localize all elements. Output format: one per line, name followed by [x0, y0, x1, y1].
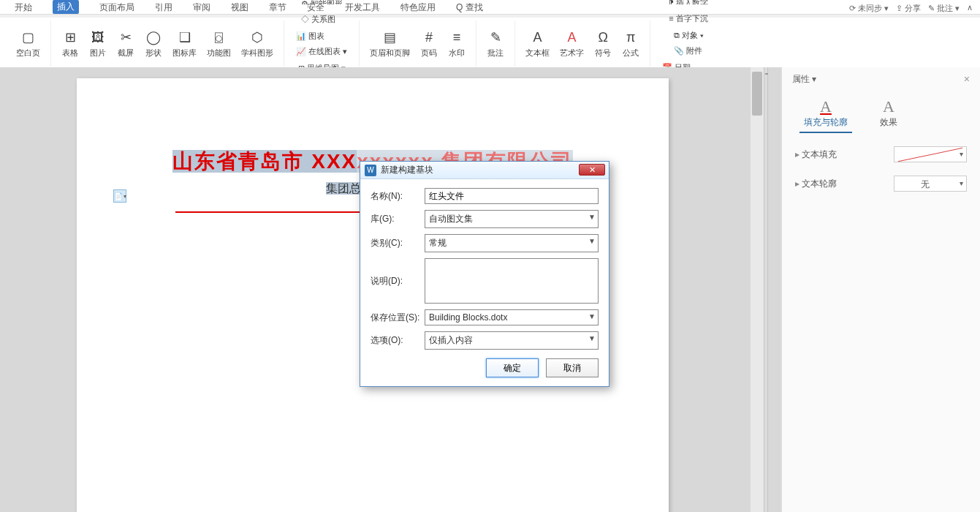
shape-icon: ◯ [145, 29, 162, 46]
dialog-title: 新建构建基块 [381, 164, 433, 176]
pagenum-icon: # [420, 29, 438, 46]
table-icon: ⊞ [61, 29, 79, 46]
desc-label: 说明(D): [371, 275, 425, 287]
blank-page-button[interactable]: ▢空白页 [12, 27, 45, 60]
category-combo[interactable]: 常规▼ [425, 234, 599, 252]
options-label: 选项(O): [371, 334, 425, 347]
collapse-ribbon-button[interactable]: ∧ [967, 3, 973, 14]
watermark-icon: ≡ [448, 29, 466, 46]
watermark-button[interactable]: ≡水印 [444, 27, 470, 60]
textbox-button[interactable]: A文本框 [521, 27, 554, 60]
tab-review[interactable]: 审阅 [193, 1, 210, 14]
onlinechart-button[interactable]: 📈 在线图表 ▾ [293, 45, 350, 59]
tab-search[interactable]: Q 查找 [456, 1, 483, 14]
screenshot-button[interactable]: ✂截屏 [113, 27, 139, 60]
category-label: 类别(C): [371, 237, 425, 249]
symbol-icon: Ω [594, 29, 612, 46]
panel-title: 属性 ▾ [792, 73, 816, 86]
attach-button[interactable]: 📎 附件 [671, 44, 707, 58]
cancel-button[interactable]: 取消 [546, 358, 599, 377]
tab-start[interactable]: 开始 [15, 1, 32, 14]
text-outline-label[interactable]: 文本轮廓 [795, 178, 837, 190]
ribbon: ▢空白页 ⊞表格 🖼图片 ✂截屏 ◯形状 ❑图标库 ⌼功能图 ⬡学科图形 ⚙ 智… [0, 18, 980, 70]
menu-tabs: 开始 插入 页面布局 引用 审阅 视图 章节 安全 开发工具 特色应用 Q 查找… [0, 4, 980, 15]
comment-button[interactable]: ✎批注 [482, 27, 509, 60]
sync-status[interactable]: ⟳ 未同步 ▾ [849, 3, 889, 14]
funcimg-button[interactable]: ⌼功能图 [202, 27, 235, 60]
iconlib-icon: ❑ [176, 29, 194, 46]
app-icon: W [365, 165, 376, 176]
formula-icon: π [622, 29, 639, 46]
headerfooter-button[interactable]: ▤页眉和页脚 [365, 27, 414, 60]
table-button[interactable]: ⊞表格 [57, 27, 83, 60]
tab-view[interactable]: 视图 [231, 1, 248, 14]
iconlib-button[interactable]: ❑图标库 [168, 27, 201, 60]
tab-pagelayout[interactable]: 页面布局 [99, 1, 134, 14]
effects-icon: A [883, 97, 894, 116]
gallery-label: 库(G): [371, 213, 425, 225]
textbox-icon: A [529, 29, 547, 46]
properties-panel: 属性 ▾ × A填充与轮廓 A效果 文本填充 ▾ 文本轮廓 无▾ [781, 67, 980, 512]
name-input[interactable] [425, 188, 599, 204]
symbol-button[interactable]: Ω符号 [590, 27, 616, 60]
object-button[interactable]: ⧉ 对象 ▾ [671, 29, 707, 42]
wordart-button[interactable]: A艺术字 [555, 27, 588, 60]
wordart-icon: A [563, 29, 581, 46]
desc-textarea[interactable] [425, 258, 599, 304]
chart-button[interactable]: 📊 图表 [293, 29, 350, 43]
tab-references[interactable]: 引用 [155, 1, 172, 14]
tab-insert[interactable]: 插入 [53, 0, 79, 14]
shape-button[interactable]: ◯形状 [140, 27, 167, 60]
headerfooter-icon: ▤ [381, 29, 399, 46]
text-fill-swatch[interactable]: ▾ [894, 146, 967, 162]
tab-section[interactable]: 章节 [269, 1, 286, 14]
subjshape-icon: ⬡ [248, 29, 266, 46]
prop-tab-filloutline[interactable]: A填充与轮廓 [799, 94, 852, 133]
ok-button[interactable]: 确定 [486, 358, 539, 377]
comments-button[interactable]: ✎ 批注 ▾ [928, 3, 960, 14]
new-building-block-dialog: W 新建构建基块 ✕ 名称(N): 库(G):自动图文集▼ 类别(C):常规▼ … [360, 161, 609, 387]
image-button[interactable]: 🖼图片 [85, 27, 111, 60]
text-outline-swatch[interactable]: 无▾ [894, 176, 967, 192]
panel-close-button[interactable]: × [964, 73, 970, 86]
panel-splitter[interactable] [764, 67, 768, 512]
gallery-combo[interactable]: 自动图文集▼ [425, 210, 599, 228]
formula-button[interactable]: π公式 [618, 27, 644, 60]
name-label: 名称(N): [371, 190, 425, 203]
dialog-close-button[interactable]: ✕ [579, 164, 605, 176]
savein-combo[interactable]: Building Blocks.dotx▼ [425, 309, 599, 325]
tab-devtools[interactable]: 开发工具 [345, 1, 380, 14]
comment-icon: ✎ [487, 29, 504, 46]
share-button[interactable]: ⇪ 分享 [896, 3, 921, 14]
tab-security[interactable]: 安全 [307, 1, 324, 14]
prop-tab-effects[interactable]: A效果 [875, 94, 902, 133]
options-combo[interactable]: 仅插入内容▼ [425, 331, 599, 350]
funcimg-icon: ⌼ [210, 29, 228, 46]
page-icon: ▢ [20, 29, 37, 46]
pagenum-button[interactable]: #页码 [416, 27, 442, 60]
subjshape-button[interactable]: ⬡学科图形 [237, 27, 278, 60]
paragraph-options-icon[interactable]: 📄 [113, 189, 126, 203]
savein-label: 保存位置(S): [371, 312, 425, 324]
image-icon: 🖼 [89, 29, 107, 46]
vertical-scrollbar[interactable] [751, 67, 764, 512]
screenshot-icon: ✂ [117, 29, 134, 46]
dialog-titlebar[interactable]: W 新建构建基块 ✕ [360, 162, 609, 179]
fill-outline-icon: A [820, 97, 832, 116]
text-fill-label[interactable]: 文本填充 [795, 148, 837, 161]
tab-special[interactable]: 特色应用 [400, 1, 436, 14]
